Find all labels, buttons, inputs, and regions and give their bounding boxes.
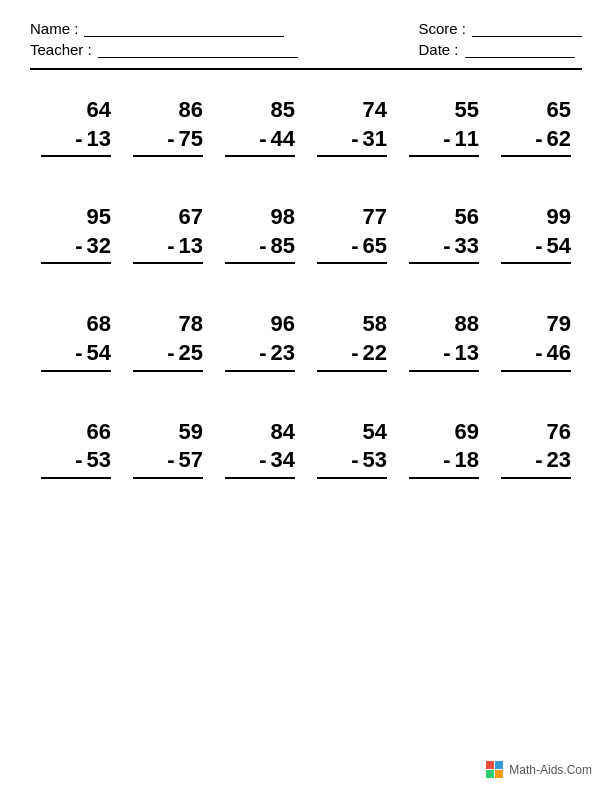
logo-cell-red xyxy=(486,761,494,769)
problem-3-5: 76-23 xyxy=(501,418,571,479)
problem-1-0: 95-32 xyxy=(41,203,111,264)
problem-2-2: 96-23 xyxy=(225,310,295,371)
minus-icon: - xyxy=(351,125,358,154)
problem-top-1-1: 67 xyxy=(133,203,203,232)
problem-0-5: 65-62 xyxy=(501,96,571,157)
minus-icon: - xyxy=(443,446,450,475)
name-line xyxy=(84,21,284,37)
header: Name : Teacher : Score : Date : xyxy=(30,20,582,58)
teacher-row: Teacher : xyxy=(30,41,298,58)
problem-top-0-0: 64 xyxy=(41,96,111,125)
problem-top-1-0: 95 xyxy=(41,203,111,232)
logo-icon xyxy=(486,761,503,778)
minus-icon: - xyxy=(443,232,450,261)
problem-bottom-2-1: 25 xyxy=(179,339,203,368)
problem-bottom-0-3: 31 xyxy=(363,125,387,154)
problem-bottom-row-2-2: -23 xyxy=(225,339,295,372)
minus-icon: - xyxy=(75,125,82,154)
problem-bottom-row-2-3: -22 xyxy=(317,339,387,372)
problem-top-2-2: 96 xyxy=(225,310,295,339)
minus-icon: - xyxy=(167,446,174,475)
logo-cell-blue xyxy=(495,761,503,769)
problem-bottom-row-3-0: -53 xyxy=(41,446,111,479)
problem-3-2: 84-34 xyxy=(225,418,295,479)
problem-bottom-0-0: 13 xyxy=(87,125,111,154)
problem-bottom-1-1: 13 xyxy=(179,232,203,261)
problem-bottom-row-1-1: -13 xyxy=(133,232,203,265)
problem-bottom-3-3: 53 xyxy=(363,446,387,475)
problem-bottom-row-3-1: -57 xyxy=(133,446,203,479)
page: Name : Teacher : Score : Date : 64-1386-… xyxy=(0,0,612,792)
problem-bottom-1-3: 65 xyxy=(363,232,387,261)
problem-bottom-row-3-3: -53 xyxy=(317,446,387,479)
name-label: Name : xyxy=(30,20,78,37)
problem-top-3-0: 66 xyxy=(41,418,111,447)
minus-icon: - xyxy=(167,339,174,368)
problem-bottom-row-2-0: -54 xyxy=(41,339,111,372)
problem-3-4: 69-18 xyxy=(409,418,479,479)
minus-icon: - xyxy=(351,446,358,475)
problem-3-1: 59-57 xyxy=(133,418,203,479)
problem-bottom-1-0: 32 xyxy=(87,232,111,261)
teacher-label: Teacher : xyxy=(30,41,92,58)
problem-top-3-1: 59 xyxy=(133,418,203,447)
problem-row-3: 66-5359-5784-3454-5369-1876-23 xyxy=(30,400,582,507)
problem-top-3-5: 76 xyxy=(501,418,571,447)
problem-bottom-2-5: 46 xyxy=(547,339,571,368)
problem-1-5: 99-54 xyxy=(501,203,571,264)
minus-icon: - xyxy=(75,446,82,475)
problem-top-2-1: 78 xyxy=(133,310,203,339)
logo-cell-orange xyxy=(495,770,503,778)
minus-icon: - xyxy=(351,232,358,261)
problem-top-2-3: 58 xyxy=(317,310,387,339)
problem-top-0-2: 85 xyxy=(225,96,295,125)
score-label: Score : xyxy=(418,20,466,37)
problem-3-0: 66-53 xyxy=(41,418,111,479)
problem-bottom-2-0: 54 xyxy=(87,339,111,368)
date-row: Date : xyxy=(418,41,582,58)
problem-bottom-2-2: 23 xyxy=(271,339,295,368)
problem-bottom-row-1-3: -65 xyxy=(317,232,387,265)
name-row: Name : xyxy=(30,20,298,37)
minus-icon: - xyxy=(535,232,542,261)
problem-bottom-3-5: 23 xyxy=(547,446,571,475)
date-line xyxy=(465,42,575,58)
minus-icon: - xyxy=(535,125,542,154)
problem-0-4: 55-11 xyxy=(409,96,479,157)
problem-row-1: 95-3267-1398-8577-6556-3399-54 xyxy=(30,185,582,292)
problem-top-0-1: 86 xyxy=(133,96,203,125)
date-label: Date : xyxy=(418,41,458,58)
problem-bottom-0-5: 62 xyxy=(547,125,571,154)
minus-icon: - xyxy=(535,446,542,475)
footer: Math-Aids.Com xyxy=(486,761,592,778)
brand-label: Math-Aids.Com xyxy=(509,763,592,777)
problem-2-5: 79-46 xyxy=(501,310,571,371)
problems-grid: 64-1386-7585-4474-3155-1165-6295-3267-13… xyxy=(30,78,582,507)
minus-icon: - xyxy=(443,125,450,154)
problem-1-4: 56-33 xyxy=(409,203,479,264)
problem-1-2: 98-85 xyxy=(225,203,295,264)
teacher-line xyxy=(98,42,298,58)
problem-bottom-row-1-4: -33 xyxy=(409,232,479,265)
problem-2-4: 88-13 xyxy=(409,310,479,371)
problem-0-3: 74-31 xyxy=(317,96,387,157)
problem-bottom-row-0-2: -44 xyxy=(225,125,295,158)
minus-icon: - xyxy=(351,339,358,368)
minus-icon: - xyxy=(259,446,266,475)
problem-bottom-row-2-4: -13 xyxy=(409,339,479,372)
problem-bottom-row-0-0: -13 xyxy=(41,125,111,158)
problem-top-2-0: 68 xyxy=(41,310,111,339)
problem-bottom-3-4: 18 xyxy=(455,446,479,475)
problem-top-0-5: 65 xyxy=(501,96,571,125)
problem-2-0: 68-54 xyxy=(41,310,111,371)
header-divider xyxy=(30,68,582,70)
minus-icon: - xyxy=(259,339,266,368)
minus-icon: - xyxy=(443,339,450,368)
problem-bottom-1-5: 54 xyxy=(547,232,571,261)
minus-icon: - xyxy=(167,232,174,261)
problem-0-0: 64-13 xyxy=(41,96,111,157)
problem-row-0: 64-1386-7585-4474-3155-1165-62 xyxy=(30,78,582,185)
problem-top-2-5: 79 xyxy=(501,310,571,339)
problem-bottom-row-3-4: -18 xyxy=(409,446,479,479)
problem-bottom-row-0-4: -11 xyxy=(409,125,479,158)
